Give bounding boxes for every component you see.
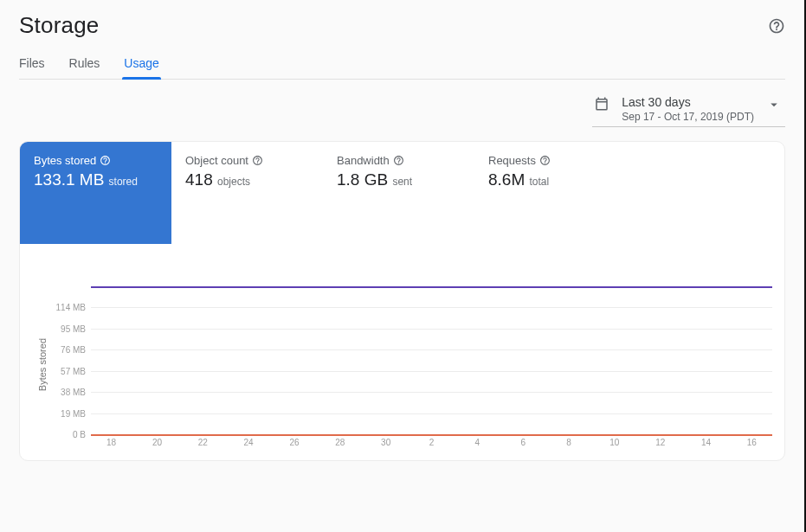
chart-x-tick: 26 [289,438,299,447]
chart-x-tick: 28 [335,438,345,447]
calendar-icon [594,95,609,112]
chart-gridline [91,392,772,393]
tile-bandwidth-label: Bandwidth [337,154,390,167]
chart-x-tick: 8 [566,438,571,447]
chart-series-line [91,434,772,436]
chart-x-tick: 30 [381,438,390,447]
tile-requests-label: Requests [488,154,536,167]
date-range-label: Last 30 days [622,95,754,109]
chart-gridline [91,413,772,414]
tile-requests-unit: total [530,176,550,188]
chart-x-tick: 10 [609,438,619,447]
usage-card: Bytes stored 133.1 MB stored Object coun… [19,141,785,461]
tile-bandwidth-unit: sent [392,176,412,188]
chart-x-tick: 14 [701,438,711,447]
bytes-stored-chart: Bytes stored 0 B19 MB38 MB57 MB76 MB95 M… [20,279,784,460]
chart-x-tick: 24 [244,438,254,447]
help-icon[interactable] [393,155,404,166]
help-icon[interactable] [100,155,111,166]
chart-gridline [91,307,772,308]
tile-object-count-value: 418 [185,170,213,189]
date-range-picker[interactable]: Last 30 days Sep 17 - Oct 17, 2019 (PDT) [592,92,785,127]
chart-gridline [91,329,772,330]
tile-bytes-stored-unit: stored [109,176,138,188]
tile-bandwidth[interactable]: Bandwidth 1.8 GB sent [323,142,474,244]
chart-gridline [91,371,772,372]
chart-x-tick: 4 [475,438,480,447]
chart-y-tick: 0 B [73,430,86,439]
tile-requests-value: 8.6M [488,170,525,189]
chart-y-tick: 38 MB [61,388,86,397]
tile-bandwidth-value: 1.8 GB [337,170,388,189]
chart-x-tick: 22 [198,438,208,447]
tab-files[interactable]: Files [19,56,45,79]
chart-y-tick: 19 MB [61,408,86,418]
date-range-subtitle: Sep 17 - Oct 17, 2019 (PDT) [622,111,754,123]
chart-y-tick: 95 MB [61,324,86,333]
tab-bar: Files Rules Usage [19,56,785,80]
chart-y-tick: 114 MB [56,303,86,312]
chevron-down-icon [766,95,782,116]
tile-object-count[interactable]: Object count 418 objects [171,142,323,244]
chart-y-axis-label: Bytes stored [37,338,48,391]
chart-x-tick: 18 [106,438,116,447]
chart-series-line [91,286,772,288]
tab-usage[interactable]: Usage [124,56,158,79]
tile-object-count-label: Object count [185,154,248,167]
chart-x-tick: 2 [429,438,435,447]
help-icon[interactable] [539,155,551,166]
tab-rules[interactable]: Rules [69,56,100,79]
chart-x-tick: 6 [520,438,526,447]
chart-gridline [91,349,772,350]
chart-y-tick: 57 MB [61,366,86,375]
tile-bytes-stored-label: Bytes stored [34,154,96,167]
chart-x-tick: 16 [747,438,757,447]
help-icon[interactable] [768,17,785,35]
page-title: Storage [19,12,99,39]
tile-requests[interactable]: Requests 8.6M total [474,142,626,244]
tile-object-count-unit: objects [217,176,250,188]
tile-bytes-stored[interactable]: Bytes stored 133.1 MB stored [20,142,171,244]
chart-x-tick: 12 [655,438,665,447]
chart-x-tick: 20 [152,438,162,447]
chart-y-tick: 76 MB [61,345,86,355]
tile-bytes-stored-value: 133.1 MB [34,170,104,189]
help-icon[interactable] [252,155,263,166]
